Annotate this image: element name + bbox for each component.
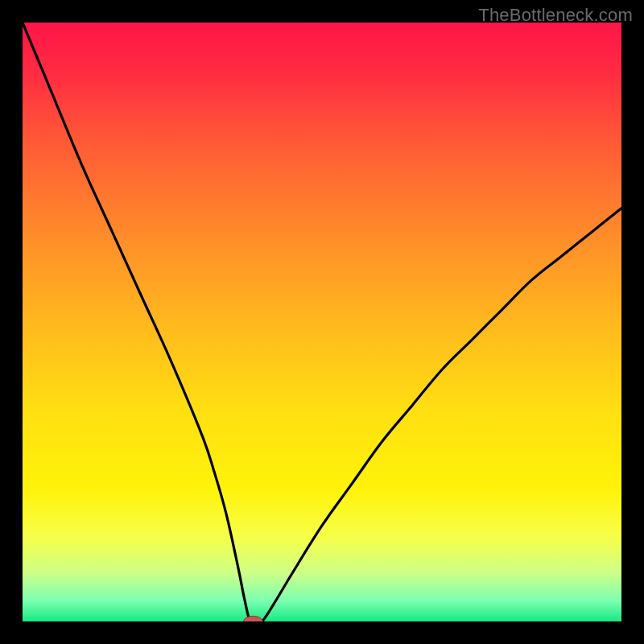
gradient-background [23, 23, 621, 621]
plot-area [23, 23, 621, 621]
chart-frame: TheBottleneck.com [0, 0, 644, 644]
bottleneck-plot [23, 23, 621, 621]
watermark-label: TheBottleneck.com [478, 5, 633, 26]
